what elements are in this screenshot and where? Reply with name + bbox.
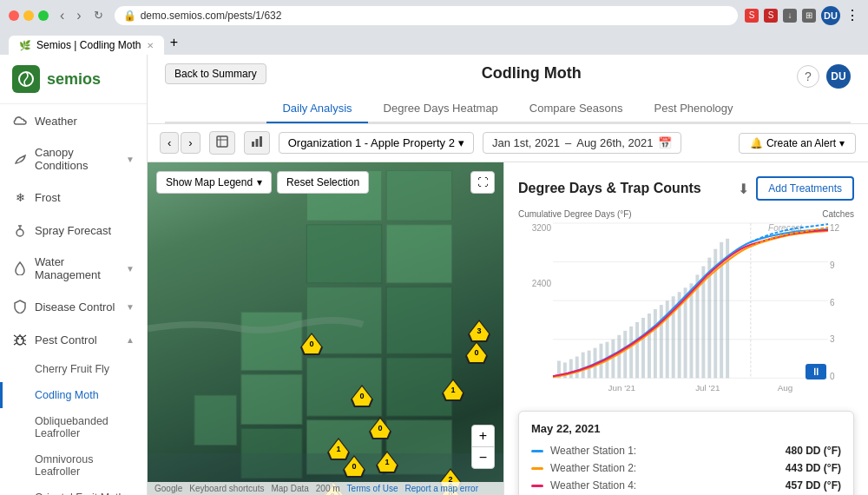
tooltip-value-ws2: 443 DD (°F) xyxy=(786,462,841,474)
forward-btn[interactable]: › xyxy=(72,6,85,25)
map-view-btn[interactable] xyxy=(209,131,235,155)
marker-6[interactable]: 0 xyxy=(299,332,324,356)
browser-menu[interactable]: ⋮ xyxy=(845,7,859,23)
marker-2[interactable]: 0 xyxy=(464,340,489,365)
tooltip-row-ws1: Weather Station 1: 480 DD (°F) xyxy=(531,442,841,459)
chart-header: Degree Days & Trap Counts ⬇ Add Treatmen… xyxy=(518,176,854,201)
new-tab-btn[interactable]: + xyxy=(166,34,183,51)
prev-nav-btn[interactable]: ‹ xyxy=(160,132,179,154)
svg-rect-12 xyxy=(386,225,452,283)
sidebar-item-water[interactable]: Water Management ▼ xyxy=(0,247,147,290)
sidebar-item-frost-label: Frost xyxy=(35,191,61,204)
tab-close-btn[interactable]: ✕ xyxy=(147,41,154,50)
canopy-chevron-icon: ▼ xyxy=(126,155,135,164)
tab-degree-days-heatmap[interactable]: Degree Days Heatmap xyxy=(368,95,514,123)
create-alert-btn[interactable]: 🔔 Create an Alert ▾ xyxy=(739,133,856,154)
water-chevron-icon: ▼ xyxy=(126,264,135,274)
minimize-window-btn[interactable] xyxy=(23,10,34,21)
expand-map-btn[interactable]: ⛶ xyxy=(470,171,495,194)
app-container: semios Weather Canopy Conditions ▼ ❄ Fro… xyxy=(0,55,868,495)
svg-rect-15 xyxy=(241,312,302,370)
user-avatar-main[interactable]: DU xyxy=(826,64,851,89)
legend-chevron-icon: ▾ xyxy=(257,176,262,188)
sidebar-item-pest-label: Pest Control xyxy=(35,333,97,346)
back-btn[interactable]: ‹ xyxy=(56,6,69,25)
browser-chrome: ‹ › ↻ 🔒 demo.semios.com/pests/1/632 S S … xyxy=(0,0,868,30)
cloud-icon xyxy=(12,113,28,129)
attribution-report[interactable]: Report a map error xyxy=(404,484,477,493)
marker-5[interactable]: 0 xyxy=(350,384,374,408)
tab-compare-seasons[interactable]: Compare Seasons xyxy=(514,95,639,123)
svg-rect-6 xyxy=(252,142,254,147)
svg-rect-44 xyxy=(648,314,651,378)
help-btn[interactable]: ? xyxy=(797,65,819,88)
marker-3[interactable]: 3 xyxy=(467,319,491,343)
active-browser-tab[interactable]: 🌿 Semios | Codling Moth ✕ xyxy=(9,36,164,55)
download-icon[interactable]: ↓ xyxy=(783,9,797,23)
property-selector[interactable]: Organization 1 - Apple Property 2 ▾ xyxy=(279,132,474,154)
chart-view-btn[interactable] xyxy=(244,131,270,155)
marker-13[interactable]: 0 xyxy=(342,454,366,478)
svg-text:Jul '21: Jul '21 xyxy=(695,383,720,393)
pest-chevron-icon: ▲ xyxy=(126,335,135,345)
bug-icon xyxy=(12,332,28,347)
property-name: Organization 1 - Apple Property 2 xyxy=(288,136,455,149)
y-axis-right-label: Catches xyxy=(822,209,854,219)
date-range-picker[interactable]: Jan 1st, 2021 – Aug 26th, 2021 📅 xyxy=(483,132,682,154)
pest-submenu: Cherry Fruit Fly Codling Moth Obliqueban… xyxy=(0,356,147,495)
svg-rect-31 xyxy=(569,360,573,379)
sidebar-subitem-oblique[interactable]: Obliquebanded Leafroller xyxy=(0,408,147,446)
back-to-summary-btn[interactable]: Back to Summary xyxy=(165,63,266,84)
attribution-keyboard: Keyboard shortcuts xyxy=(189,484,264,493)
next-nav-btn[interactable]: › xyxy=(181,132,200,154)
marker-9[interactable]: 1 xyxy=(441,378,465,402)
svg-rect-10 xyxy=(386,171,452,221)
sidebar-item-weather[interactable]: Weather xyxy=(0,104,147,137)
calendar-icon: 📅 xyxy=(658,136,672,149)
marker-11[interactable]: 0 xyxy=(368,416,392,440)
sidebar-item-pest[interactable]: Pest Control ▲ xyxy=(0,323,147,356)
address-bar[interactable]: 🔒 demo.semios.com/pests/1/632 xyxy=(115,6,738,25)
tooltip-color-ws2 xyxy=(531,467,543,470)
extension-icon2[interactable]: S xyxy=(764,9,778,23)
extension-icon[interactable]: S xyxy=(745,9,759,23)
attribution-scale: 200 m xyxy=(316,484,340,493)
sidebar-item-frost[interactable]: ❄ Frost xyxy=(0,181,147,214)
sidebar-subitem-cherry[interactable]: Cherry Fruit Fly xyxy=(0,356,147,382)
reset-selection-btn[interactable]: Reset Selection xyxy=(277,171,369,194)
attribution-terms[interactable]: Terms of Use xyxy=(347,484,398,493)
zoom-out-btn[interactable]: − xyxy=(472,447,494,468)
user-avatar[interactable]: DU xyxy=(821,6,840,25)
close-window-btn[interactable] xyxy=(9,10,19,21)
sidebar-subitem-omni[interactable]: Omnivorous Leafroller xyxy=(0,446,147,485)
add-treatments-btn[interactable]: Add Treatments xyxy=(756,176,854,201)
zoom-in-btn[interactable]: + xyxy=(472,426,494,446)
sidebar-subitem-oriental[interactable]: Oriental Fruit Moth xyxy=(0,485,147,495)
tab-daily-analysis[interactable]: Daily Analysis xyxy=(266,95,367,123)
show-legend-btn[interactable]: Show Map Legend ▾ xyxy=(156,171,272,194)
attribution-mapdata: Map Data xyxy=(271,484,308,493)
bell-icon: 🔔 xyxy=(750,137,763,149)
page-title: Codling Moth xyxy=(482,64,582,82)
chart-panel: Degree Days & Trap Counts ⬇ Add Treatmen… xyxy=(503,162,868,495)
sidebar-subitem-codling[interactable]: Codling Moth xyxy=(0,382,147,408)
svg-rect-42 xyxy=(635,322,639,378)
tab-pest-phenology[interactable]: Pest Phenology xyxy=(639,95,749,123)
toolbar-nav: ‹ › xyxy=(160,132,201,154)
attribution-google: Google xyxy=(155,484,182,493)
maximize-window-btn[interactable] xyxy=(38,10,49,21)
pause-btn[interactable]: ⏸ xyxy=(806,364,826,380)
svg-rect-19 xyxy=(194,395,237,445)
download-chart-btn[interactable]: ⬇ xyxy=(738,181,749,197)
sidebar-item-spray[interactable]: Spray Forecast xyxy=(0,214,147,247)
leaf-icon xyxy=(12,151,28,167)
extensions-icon[interactable]: ⊞ xyxy=(802,9,816,23)
tooltip-row-ws2: Weather Station 2: 443 DD (°F) xyxy=(531,459,841,477)
sidebar-item-disease[interactable]: Disease Control ▼ xyxy=(0,290,147,323)
svg-rect-14 xyxy=(386,287,452,354)
sidebar-item-canopy[interactable]: Canopy Conditions ▼ xyxy=(0,137,147,181)
tooltip-value-ws4: 457 DD (°F) xyxy=(786,479,841,492)
map-controls: Show Map Legend ▾ Reset Selection xyxy=(156,171,369,194)
marker-14[interactable]: 1 xyxy=(375,450,399,474)
refresh-btn[interactable]: ↻ xyxy=(89,7,108,23)
